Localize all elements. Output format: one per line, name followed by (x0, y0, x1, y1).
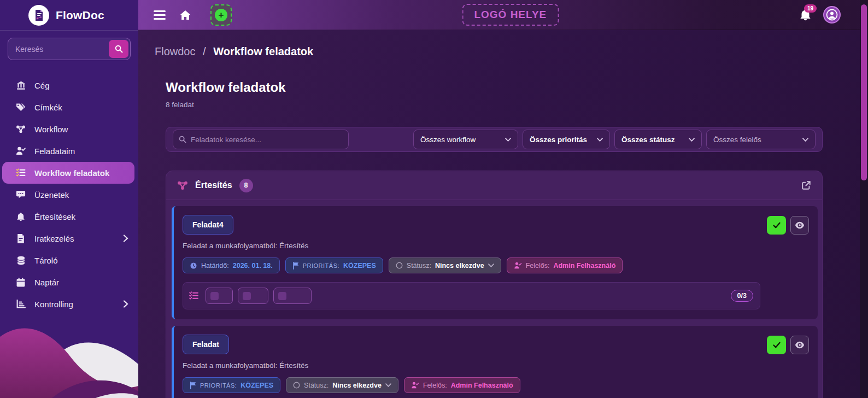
assignee-filter-dropdown[interactable]: Összes felelős (706, 130, 816, 149)
page-title: Workflow feladatok (166, 80, 823, 95)
task-list-icon (15, 168, 26, 177)
chevron-down-icon (597, 138, 603, 142)
sidebar-item-feladataim[interactable]: Feladataim (0, 140, 138, 162)
status-circle-icon (396, 262, 403, 269)
sidebar-item-kontrolling[interactable]: Kontrolling (0, 293, 138, 315)
task-chips: PRIORITÁS: KÖZEPES Státusz: Nincs elkezd… (183, 377, 760, 393)
sidebar-item-uzenetek[interactable]: Üzenetek (0, 184, 138, 206)
workflow-filter-dropdown[interactable]: Összes workflow (413, 130, 518, 149)
checklist-item-checkbox[interactable] (206, 288, 233, 304)
status-chip-dropdown[interactable]: Státusz: Nincs elkezdve (286, 377, 398, 393)
checklist-item-checkbox[interactable] (238, 288, 268, 304)
status-label: Státusz: (407, 262, 431, 270)
checklist-icon (189, 291, 198, 300)
workflow-group-card: Értesítés 8 Feladat4 Feladat a munkafoly… (166, 171, 823, 398)
deadline-chip: Határidő: 2026. 01. 18. (183, 257, 280, 273)
chevron-right-icon (123, 300, 128, 308)
view-task-button[interactable] (790, 336, 809, 354)
deadline-value: 2026. 01. 18. (233, 262, 273, 270)
user-check-icon (15, 147, 26, 155)
home-icon[interactable] (180, 10, 191, 20)
filter-bar: Összes workflow Összes prioritás Összes … (166, 127, 823, 152)
task-chips: Határidő: 2026. 01. 18. PRIORITÁS: KÖZEP… (183, 257, 760, 273)
eye-icon (795, 221, 805, 229)
priority-chip: PRIORITÁS: KÖZEPES (183, 377, 280, 393)
workflow-group-title: Értesítés (195, 180, 232, 190)
sidebar-nav: Cég Címkék Workflow Feladataim Workflow … (0, 74, 138, 315)
checklist-strip: 0/3 (183, 282, 760, 309)
priority-label: PRIORITÁS: (303, 262, 339, 269)
topbar: + LOGÓ HELYE 19 (138, 0, 868, 30)
workflow-icon (177, 180, 188, 190)
breadcrumb-root[interactable]: Flowdoc (155, 45, 195, 57)
view-task-button[interactable] (790, 216, 809, 235)
sidebar-item-ertesitesek[interactable]: Értesítések (0, 206, 138, 227)
avatar[interactable] (823, 6, 841, 24)
chevron-down-icon (505, 138, 511, 142)
sidebar-item-naptar[interactable]: Naptár (0, 271, 138, 293)
main-content: Flowdoc / Workflow feladatok Workflow fe… (138, 30, 868, 398)
chart-icon (15, 300, 26, 308)
sidebar-item-label: Feladataim (34, 147, 75, 156)
search-icon (179, 136, 186, 143)
assignee-value: Admin Felhasználó (553, 262, 615, 270)
dropdown-value: Összes workflow (420, 136, 476, 144)
sidebar-search-button[interactable] (109, 40, 128, 58)
task-content: Feladat4 Feladat a munkafolyamatból: Ért… (183, 215, 760, 309)
task-actions (767, 335, 809, 393)
bell-icon (15, 212, 26, 221)
sidebar: FlowDoc Cég Címkék Workflow (0, 0, 138, 398)
sidebar-item-ceg[interactable]: Cég (0, 74, 138, 96)
bank-icon (15, 81, 26, 90)
complete-task-button[interactable] (767, 216, 786, 235)
task-count-subtitle: 8 feladat (166, 101, 823, 109)
checkbox-icon (210, 292, 219, 300)
notifications-button[interactable]: 19 (800, 9, 811, 21)
check-icon (772, 341, 781, 349)
calendar-icon (15, 278, 26, 287)
sidebar-item-label: Workflow feladatok (34, 168, 109, 178)
status-value: Nincs elkezdve (332, 382, 382, 389)
priority-chip: PRIORITÁS: KÖZEPES (285, 257, 383, 273)
assignee-label: Felelős: (423, 382, 447, 389)
sidebar-item-label: Workflow (34, 125, 68, 134)
assignee-chip: Felelős: Admin Felhasználó (404, 377, 520, 393)
checkbox-icon (243, 292, 251, 300)
sidebar-item-cimkek[interactable]: Címkék (0, 96, 138, 118)
sidebar-item-tarolo[interactable]: Tároló (0, 249, 138, 271)
checkbox-icon (278, 292, 286, 300)
notification-count-badge: 19 (804, 4, 817, 13)
priority-filter-dropdown[interactable]: Összes prioritás (523, 130, 610, 149)
dropdown-value: Összes felelős (713, 136, 761, 144)
task-search-input[interactable] (191, 136, 343, 144)
create-button[interactable]: + (210, 4, 232, 26)
sidebar-search (8, 38, 131, 60)
status-chip-dropdown[interactable]: Státusz: Nincs elkezdve (389, 257, 501, 273)
chevron-down-icon (689, 138, 695, 142)
sidebar-item-label: Tároló (34, 256, 58, 265)
sidebar-item-workflow-feladatok[interactable]: Workflow feladatok (2, 162, 134, 184)
checklist-item-checkbox[interactable] (273, 288, 312, 304)
task-search (173, 130, 349, 149)
task-actions (767, 215, 809, 309)
chevron-down-icon (385, 383, 391, 387)
sidebar-item-iratkezeles[interactable]: Iratkezelés (0, 227, 138, 249)
workflow-task-list: Feladat4 Feladat a munkafolyamatból: Ért… (166, 200, 822, 398)
task-description: Feladat a munkafolyamatból: Értesítés (183, 361, 760, 370)
complete-task-button[interactable] (767, 336, 786, 354)
sidebar-item-workflow[interactable]: Workflow (0, 118, 138, 140)
menu-toggle-icon[interactable] (154, 10, 166, 20)
window-scrollbar[interactable] (860, 0, 868, 398)
assignee-label: Felelős: (526, 262, 550, 270)
sidebar-item-label: Cég (34, 81, 50, 90)
dropdown-value: Összes prioritás (530, 136, 587, 144)
workflow-icon (15, 125, 26, 133)
scrollbar-thumb[interactable] (861, 4, 867, 180)
task-name-button[interactable]: Feladat (183, 335, 229, 354)
clock-icon (190, 262, 197, 270)
app-window: FlowDoc Cég Címkék Workflow (0, 0, 868, 398)
external-link-icon[interactable] (801, 180, 811, 190)
task-name-button[interactable]: Feladat4 (183, 215, 233, 235)
status-circle-icon (293, 382, 300, 389)
status-filter-dropdown[interactable]: Összes státusz (614, 130, 702, 149)
